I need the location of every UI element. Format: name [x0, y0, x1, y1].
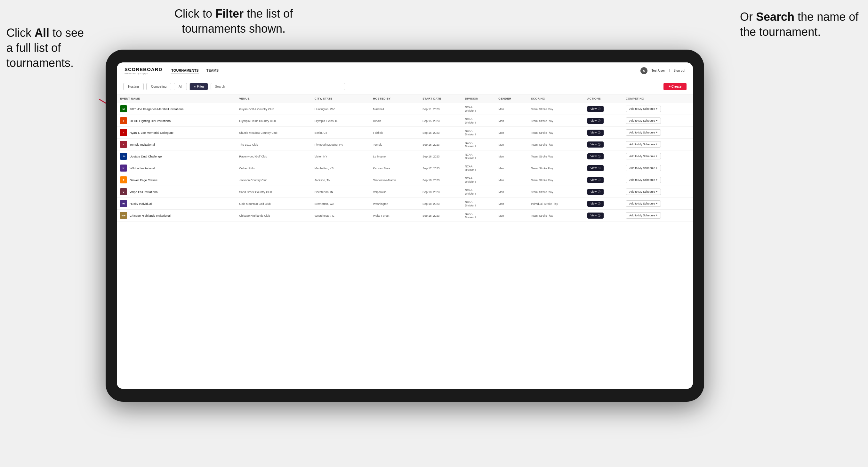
- cell-division-2: NCAADivision I: [462, 127, 495, 138]
- col-start-date: START DATE: [419, 94, 462, 103]
- cell-competing-8: Add to My Schedule +: [622, 198, 693, 210]
- event-name-3: Temple Invitational: [130, 143, 155, 146]
- cell-venue-9: Chicago Highlands Club: [236, 210, 311, 221]
- view-button-5[interactable]: View ⓘ: [587, 165, 603, 171]
- cell-division-5: NCAADivision I: [462, 162, 495, 174]
- cell-date-1: Sep 15, 2023: [419, 115, 462, 127]
- create-button[interactable]: + Create: [663, 83, 686, 90]
- app-logo-title: SCOREBOARD: [124, 67, 162, 72]
- sign-out-link[interactable]: Sign out: [673, 69, 685, 72]
- cell-gender-3: Men: [495, 138, 528, 150]
- cell-hosted-2: Fairfield: [370, 127, 419, 138]
- col-venue: VENUE: [236, 94, 311, 103]
- annotation-topright: Or Search the name of the tournament.: [740, 9, 862, 40]
- cell-scoring-7: Team, Stroke Play: [528, 186, 584, 198]
- add-schedule-button-6[interactable]: Add to My Schedule +: [626, 177, 661, 183]
- user-avatar: U: [641, 67, 648, 74]
- cell-actions-8: View ⓘ: [584, 198, 622, 210]
- cell-hosted-4: Le Moyne: [370, 150, 419, 162]
- cell-gender-5: Men: [495, 162, 528, 174]
- cell-division-9: NCAADivision I: [462, 210, 495, 221]
- event-name-2: Ryan T. Lee Memorial Collegiate: [130, 131, 174, 134]
- cell-city-9: Westchester, IL: [311, 210, 370, 221]
- col-scoring: SCORING: [528, 94, 584, 103]
- team-logo-0: M: [120, 105, 127, 112]
- add-schedule-button-7[interactable]: Add to My Schedule +: [626, 189, 661, 195]
- view-button-2[interactable]: View ⓘ: [587, 130, 603, 136]
- col-hosted-by: HOSTED BY: [370, 94, 419, 103]
- view-button-8[interactable]: View ⓘ: [587, 201, 603, 207]
- view-button-6[interactable]: View ⓘ: [587, 177, 603, 183]
- tab-all[interactable]: All: [174, 83, 187, 90]
- nav-separator: |: [669, 69, 670, 72]
- cell-competing-1: Add to My Schedule +: [622, 115, 693, 127]
- annotation-topleft: Click All to see a full list of tourname…: [6, 26, 90, 70]
- cell-city-5: Manhattan, KS: [311, 162, 370, 174]
- col-gender: GENDER: [495, 94, 528, 103]
- table-row: K Wildcat Invitational Colbert Hills Man…: [117, 162, 693, 174]
- table-row: I OFCC Fighting Illini Invitational Olym…: [117, 115, 693, 127]
- table-row: V Valpo Fall Invitational Sand Creek Cou…: [117, 186, 693, 198]
- user-name: Test User: [651, 69, 665, 72]
- cell-city-6: Jackson, TN: [311, 174, 370, 186]
- cell-venue-1: Olympia Fields Country Club: [236, 115, 311, 127]
- col-actions: ACTIONS: [584, 94, 622, 103]
- view-button-1[interactable]: View ⓘ: [587, 118, 603, 124]
- cell-actions-0: View ⓘ: [584, 103, 622, 115]
- cell-venue-3: The 1912 Club: [236, 138, 311, 150]
- cell-city-0: Huntington, WV: [311, 103, 370, 115]
- cell-hosted-6: Tennessee-Martin: [370, 174, 419, 186]
- nav-link-tournaments[interactable]: TOURNAMENTS: [171, 67, 198, 74]
- cell-event-1: I OFCC Fighting Illini Invitational: [117, 115, 236, 127]
- cell-hosted-1: Illinois: [370, 115, 419, 127]
- add-schedule-button-1[interactable]: Add to My Schedule +: [626, 118, 661, 124]
- cell-venue-2: Shuttle Meadow Country Club: [236, 127, 311, 138]
- nav-right: U Test User | Sign out: [641, 67, 685, 74]
- logo-area: SCOREBOARD Powered by clippd: [124, 67, 162, 75]
- add-schedule-button-0[interactable]: Add to My Schedule +: [626, 105, 661, 112]
- view-button-9[interactable]: View ⓘ: [587, 213, 603, 219]
- view-button-0[interactable]: View ⓘ: [587, 106, 603, 112]
- search-input[interactable]: [211, 83, 345, 90]
- add-schedule-button-3[interactable]: Add to My Schedule +: [626, 141, 661, 148]
- table-row: WF Chicago Highlands Invitational Chicag…: [117, 210, 693, 221]
- event-name-7: Valpo Fall Invitational: [130, 190, 158, 194]
- table-row: LM Upstate Dual Challenge Ravenwood Golf…: [117, 150, 693, 162]
- cell-date-0: Sep 11, 2023: [419, 103, 462, 115]
- filter-bar: Hosting Competing All ≡ Filter + Create: [117, 79, 693, 94]
- add-schedule-button-5[interactable]: Add to My Schedule +: [626, 165, 661, 171]
- tab-hosting[interactable]: Hosting: [123, 83, 144, 90]
- cell-competing-5: Add to My Schedule +: [622, 162, 693, 174]
- tab-competing[interactable]: Competing: [146, 83, 171, 90]
- add-schedule-button-2[interactable]: Add to My Schedule +: [626, 129, 661, 136]
- team-logo-5: K: [120, 164, 127, 172]
- cell-competing-6: Add to My Schedule +: [622, 174, 693, 186]
- filter-button[interactable]: ≡ Filter: [189, 83, 208, 90]
- cell-hosted-3: Temple: [370, 138, 419, 150]
- cell-date-9: Sep 18, 2023: [419, 210, 462, 221]
- team-logo-9: WF: [120, 212, 127, 219]
- cell-event-3: T Temple Invitational: [117, 138, 236, 150]
- col-event-name: EVENT NAME: [117, 94, 236, 103]
- add-schedule-button-9[interactable]: Add to My Schedule +: [626, 212, 661, 219]
- view-button-3[interactable]: View ⓘ: [587, 142, 603, 148]
- view-button-7[interactable]: View ⓘ: [587, 189, 603, 195]
- view-button-4[interactable]: View ⓘ: [587, 153, 603, 159]
- annotation-topcenter: Click to Filter the list of tournaments …: [154, 6, 314, 36]
- nav-link-teams[interactable]: TEAMS: [207, 67, 219, 74]
- event-name-1: OFCC Fighting Illini Invitational: [130, 119, 171, 123]
- cell-event-9: WF Chicago Highlands Invitational: [117, 210, 236, 221]
- cell-event-5: K Wildcat Invitational: [117, 162, 236, 174]
- add-schedule-button-4[interactable]: Add to My Schedule +: [626, 153, 661, 159]
- team-logo-3: T: [120, 141, 127, 148]
- cell-gender-6: Men: [495, 174, 528, 186]
- cell-venue-4: Ravenwood Golf Club: [236, 150, 311, 162]
- add-schedule-button-8[interactable]: Add to My Schedule +: [626, 200, 661, 207]
- table-row: T Grover Page Classic Jackson Country Cl…: [117, 174, 693, 186]
- cell-date-5: Sep 17, 2023: [419, 162, 462, 174]
- cell-city-4: Victor, NY: [311, 150, 370, 162]
- cell-actions-1: View ⓘ: [584, 115, 622, 127]
- cell-gender-4: Men: [495, 150, 528, 162]
- app-logo-subtitle: Powered by clippd: [124, 72, 162, 75]
- cell-venue-5: Colbert Hills: [236, 162, 311, 174]
